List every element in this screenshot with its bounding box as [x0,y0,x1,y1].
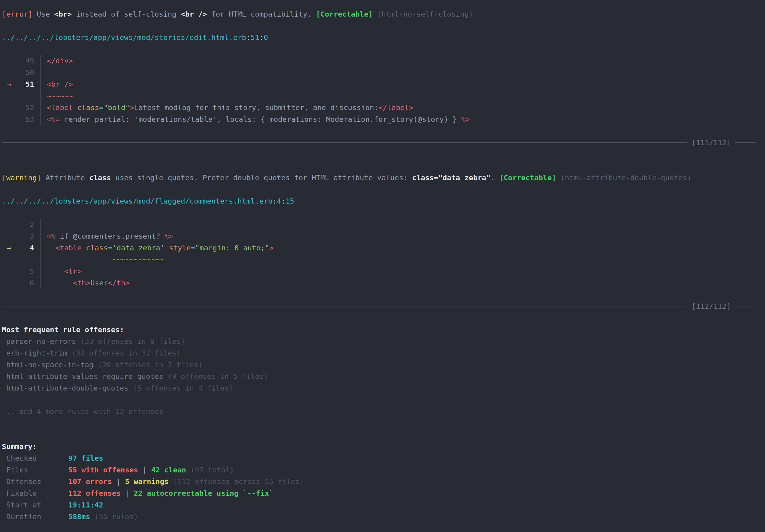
severity-error-badge: [error] [2,10,33,18]
code-line-49: 49</div> [2,55,763,67]
squiggle: ~~~~~~ [47,92,73,100]
line-number-gutter: 50 [2,67,37,78]
text-segment: <th> [73,278,91,287]
text-segment: render partial: 'moderations/table', loc… [60,115,461,123]
line-number-gutter: 53 [2,113,37,125]
summary-label: Files [2,464,68,476]
text-segment [67,349,72,357]
blank-line [2,20,763,32]
text-segment: 588ms [68,512,90,521]
text-segment: <br /> [47,80,73,88]
blank-line [2,149,763,160]
text-segment [47,278,73,287]
summary-row-duration: Duration588ms (35 rules) [2,511,763,522]
code-line-4-offense: →4 <table class='data zebra' style="marg… [2,242,763,254]
rule-name: html-attribute-double-quotes [6,384,129,392]
summary-row-start-at: Start at19:11:42 [2,499,763,511]
line-number-gutter: 3 [2,230,37,242]
text-segment: (35 rules) [94,512,138,521]
offense-file-path: ../../../../lobsters/app/views/mod/stori… [2,32,763,43]
rule-offenses-heading: Most frequent rule offenses: [2,324,763,335]
text-segment [186,466,191,474]
text-segment: 107 errors [68,477,112,486]
text-segment: class [77,103,99,112]
text-segment: </label> [378,103,413,112]
text-segment: : [281,197,286,205]
text-segment [73,103,77,112]
text-segment: <label [47,103,73,112]
code-content: <br /> [41,78,763,90]
text-segment: Latest modlog for this story, submitter,… [134,103,378,112]
text-segment: %> [165,232,173,240]
summary-label: Duration [2,511,68,522]
more-rules-note: ...and 4 more rules with 13 offenses [2,405,763,417]
blank-line [2,417,763,429]
text-segment: User [91,278,108,287]
text-segment: instead of self-closing [72,10,181,18]
line-number-gutter [2,90,37,102]
line-number-gutter [2,254,37,265]
text-segment: : [246,33,251,42]
blank-line [2,43,763,55]
code-line-3: 3<% if @commenters.present? %> [2,230,763,242]
text-segment: | [138,466,151,474]
rule-count: (33 offenses in 9 files) [80,337,185,345]
text-segment [82,244,86,252]
severity-warning-badge: [warning] [2,174,41,182]
offense-progress-divider: [111/112] [2,137,763,149]
rule-name: html-no-space-in-tag [6,360,94,369]
text-segment: <table [55,244,82,252]
summary-heading: Summary: [2,441,763,452]
correctable-badge: [Correctable] [316,10,373,18]
terminal-output[interactable]: [error] Use <br> instead of self-closing… [0,0,765,522]
text-segment [76,337,80,345]
text-segment: @commenters.present? [69,232,165,240]
progress-counter: [111/112] [687,137,735,149]
text-segment [47,267,64,275]
column-number: 0 [264,33,268,42]
text-segment: : [272,197,277,205]
text-segment: </div> [47,57,73,65]
text-segment [165,244,169,252]
text-segment: %> [461,115,470,123]
blank-line [2,312,763,324]
text-segment: class [86,244,108,252]
code-content: <% if @commenters.present? %> [41,230,763,242]
text-segment: 97 files [68,454,103,462]
text-segment: Attribute [41,174,89,182]
line-number-gutter: 2 [2,219,37,230]
code-content: <label class="bold">Latest modlog for th… [41,102,763,113]
code-line-6: 6 <th>User</th> [2,277,763,289]
text-segment: uses single quotes. Prefer double quotes… [111,174,412,182]
text-segment: Summary: [2,442,37,451]
lint-error-message: [error] Use <br> instead of self-closing… [2,8,763,20]
divider-line [735,306,756,306]
text-segment: = [108,244,112,252]
text-segment [47,255,112,264]
rule-count: (20 offenses in 7 files) [98,360,203,369]
text-segment: ...and 4 more rules with 13 offenses [2,407,163,416]
rule-name: parser-no-errors [6,337,76,345]
blank-line [2,207,763,219]
text-segment [2,372,6,380]
text-segment: if [60,232,69,240]
rule-id: (html-no-self-closing) [377,10,473,18]
text-segment [2,360,6,369]
blank-line [2,289,763,300]
line-number-gutter: 6 [2,277,37,289]
file-path: ../../../../lobsters/app/views/mod/flagg… [2,197,272,205]
text-segment: > [130,103,134,112]
text-segment [55,232,60,240]
text-segment: > [269,244,274,252]
text-segment: (97 total) [191,466,234,474]
text-segment: 112 offenses [68,489,121,497]
blank-line [2,429,763,441]
text-segment [169,477,173,486]
summary-label: Start at [2,499,68,511]
text-segment: (112 offenses across 55 files) [173,477,304,486]
line-number-gutter: 49 [2,55,37,67]
text-segment: class [89,174,111,182]
code-content: ~~~~~~~~~~~~ [41,254,763,265]
line-number: 4 [277,197,281,205]
summary-label: Checked [2,452,68,464]
